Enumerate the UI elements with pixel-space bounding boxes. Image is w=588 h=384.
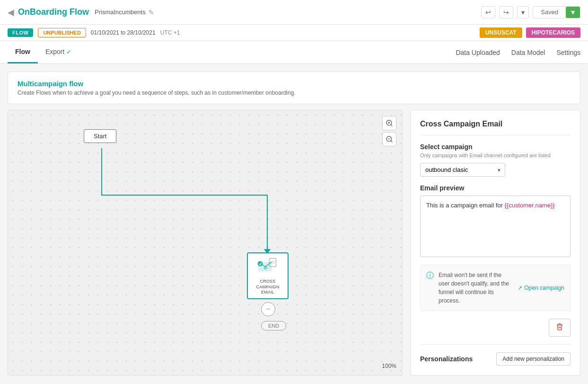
- svg-text:@: @: [263, 266, 267, 270]
- badge-flow: FLOW: [8, 28, 33, 37]
- flow-line-horizontal: [101, 195, 268, 196]
- main-area: Multicampaign flow Create Flows when to …: [0, 64, 588, 383]
- panel-title: Cross Campaign Email: [420, 120, 570, 135]
- export-check-icon: ✓: [66, 48, 71, 55]
- infobox-desc: Create Flows when to achieve a goal you …: [18, 89, 570, 96]
- open-campaign-link[interactable]: ↗ Open campaign: [518, 271, 564, 305]
- second-row: FLOW UNPUBLISHED 01/10/2021 to 28/10/202…: [0, 25, 588, 41]
- select-campaign-label: Select campaign: [420, 143, 570, 151]
- cross-campaign-node[interactable]: @ CROSS CAMPAIGNEMAIL: [247, 252, 289, 299]
- utc-label: UTC +1: [160, 29, 180, 36]
- personalizations-title: Personalizations: [420, 355, 473, 363]
- node-icon-area: @: [251, 257, 285, 277]
- saved-dropdown-button[interactable]: ▼: [566, 7, 580, 18]
- date-range: 01/10/2021 to 28/10/2021: [91, 29, 156, 36]
- start-node[interactable]: Start: [84, 129, 116, 143]
- badge-hipotecarios[interactable]: HIPOTECARIOS: [526, 27, 580, 38]
- page-title: OnBoarding Flow: [18, 7, 89, 17]
- tab-export[interactable]: Export ✓: [38, 41, 79, 63]
- svg-point-12: [257, 261, 263, 266]
- second-row-badges: UNSUSCAT HIPOTECARIOS: [480, 27, 580, 38]
- content-area: Start: [8, 110, 580, 375]
- minus-icon: −: [266, 305, 270, 313]
- canvas-controls: [382, 116, 396, 146]
- open-icon: ↗: [518, 285, 522, 291]
- delete-button[interactable]: [549, 319, 570, 337]
- zoom-level: 100%: [382, 363, 396, 369]
- nav-data-model[interactable]: Data Model: [511, 42, 545, 63]
- delete-btn-container: [420, 319, 570, 337]
- nav-right-links: Data Uploaded Data Model Settings: [456, 42, 580, 63]
- info-notice-text: Email won't be sent if the user doesn't …: [439, 271, 513, 305]
- campaign-select-wrapper: outbound clasic: [420, 163, 505, 177]
- email-preview-box: This is a campaign email for {{customer.…: [420, 196, 570, 257]
- info-icon: ⓘ: [426, 271, 434, 305]
- svg-line-5: [391, 141, 392, 142]
- info-box: Multicampaign flow Create Flows when to …: [8, 71, 580, 104]
- saved-dropdown: Saved ▼: [533, 6, 580, 18]
- tab-flow[interactable]: Flow: [8, 41, 38, 63]
- flow-canvas[interactable]: Start: [8, 110, 403, 375]
- saved-label: Saved: [533, 7, 566, 18]
- add-personalization-button[interactable]: Add new personalization: [496, 352, 570, 366]
- top-bar: ◀ OnBoarding Flow PrismaIncumbents ✎ ↩ ↪…: [0, 0, 588, 25]
- top-bar-actions: ↩ ↪ ▾ Saved ▼: [481, 6, 580, 18]
- preview-var: {{customer.name}}: [504, 202, 554, 209]
- personalizations-section: Personalizations Add new personalization: [420, 344, 570, 366]
- info-notice: ⓘ Email won't be sent if the user doesn'…: [420, 265, 570, 311]
- end-label: END: [268, 323, 279, 329]
- zoom-in-button[interactable]: [382, 116, 396, 130]
- end-connector[interactable]: −: [261, 302, 275, 316]
- badge-unsuscat[interactable]: UNSUSCAT: [480, 27, 522, 38]
- subtitle: PrismaIncumbents: [95, 9, 146, 16]
- start-label: Start: [94, 133, 106, 140]
- right-panel: Cross Campaign Email Select campaign Onl…: [410, 110, 580, 375]
- svg-line-1: [391, 125, 392, 126]
- node-label: CROSS CAMPAIGNEMAIL: [251, 279, 285, 295]
- badge-unpublished: UNPUBLISHED: [38, 28, 86, 37]
- campaign-select[interactable]: outbound clasic: [420, 163, 505, 177]
- undo-button[interactable]: ↩: [481, 6, 495, 18]
- flow-line-vertical-1: [101, 148, 102, 196]
- back-arrow-icon[interactable]: ◀: [8, 7, 14, 18]
- zoom-out-button[interactable]: [382, 132, 396, 146]
- end-node: END: [261, 321, 286, 330]
- nav-tabs: Flow Export ✓ Data Uploaded Data Model S…: [0, 41, 588, 64]
- redo-button[interactable]: ↪: [499, 6, 513, 18]
- nav-data-uploaded[interactable]: Data Uploaded: [456, 42, 500, 63]
- flow-line-vertical-2: [267, 195, 268, 251]
- infobox-title: Multicampaign flow: [18, 80, 570, 88]
- dropdown-more-button[interactable]: ▾: [517, 6, 529, 18]
- open-campaign-label: Open campaign: [524, 285, 564, 291]
- email-preview-label: Email preview: [420, 184, 570, 192]
- nav-settings[interactable]: Settings: [556, 42, 580, 63]
- preview-text: This is a campaign email for: [426, 202, 503, 209]
- select-campaign-desc: Only campaigns with Email channel config…: [420, 152, 570, 158]
- edit-icon[interactable]: ✎: [149, 9, 154, 16]
